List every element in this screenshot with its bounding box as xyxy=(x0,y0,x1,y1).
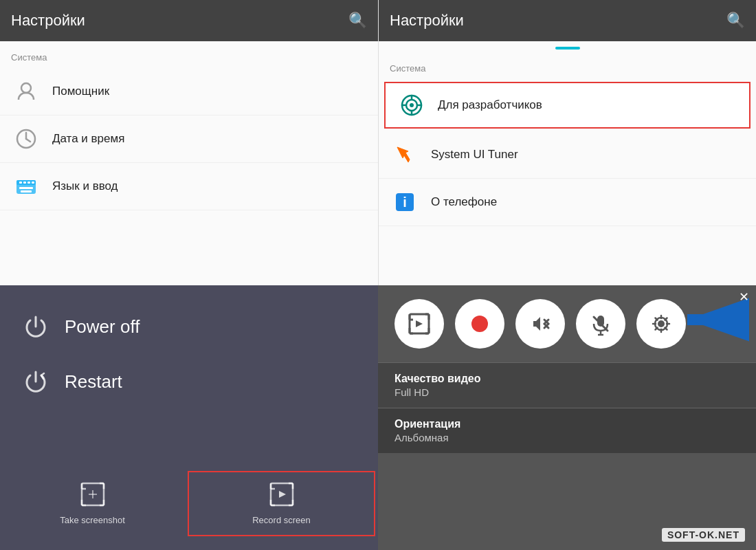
developer-icon xyxy=(397,90,427,120)
ui-tuner-icon xyxy=(390,140,420,170)
orientation-label: Ориентация xyxy=(394,418,740,430)
language-icon xyxy=(11,171,41,201)
right-header-title: Настройки xyxy=(390,12,464,30)
mute-mic-button[interactable] xyxy=(576,299,625,349)
svg-rect-6 xyxy=(19,182,22,184)
about-icon: i xyxy=(390,187,420,217)
power-off-label: Power off xyxy=(65,316,140,338)
left-search-icon[interactable]: 🔍 xyxy=(348,12,367,30)
right-search-icon[interactable]: 🔍 xyxy=(726,12,745,30)
take-screenshot-button[interactable]: Take screenshot xyxy=(0,472,185,535)
quality-value: Full HD xyxy=(394,386,740,398)
mute-sound-button[interactable] xyxy=(515,299,565,349)
right-settings-panel: Настройки 🔍 Система Для разработчиков xyxy=(378,0,756,285)
left-section-label: Система xyxy=(0,41,378,68)
power-off-item[interactable]: Power off xyxy=(0,299,378,354)
settings-item-language[interactable]: Язык и ввод xyxy=(0,163,378,210)
svg-rect-11 xyxy=(21,190,32,192)
settings-item-assistant[interactable]: Помощник xyxy=(0,68,378,116)
svg-marker-47 xyxy=(416,320,423,327)
quality-label: Качество видео xyxy=(394,373,740,385)
record-screen-button[interactable]: Record screen xyxy=(188,471,375,536)
settings-item-ui-tuner[interactable]: System UI Tuner xyxy=(379,131,756,179)
power-menu: Power off Restart xyxy=(0,285,378,550)
svg-marker-37 xyxy=(279,491,286,498)
assistant-label: Помощник xyxy=(52,85,109,98)
left-header: Настройки 🔍 xyxy=(0,0,378,41)
orientation-info: Ориентация Альбомная xyxy=(378,408,756,453)
svg-point-14 xyxy=(410,103,414,107)
record-screen-label: Record screen xyxy=(252,515,311,525)
svg-point-0 xyxy=(21,83,31,93)
left-header-title: Настройки xyxy=(11,12,85,30)
quality-info: Качество видео Full HD xyxy=(378,362,756,408)
screenshot-icon xyxy=(80,482,105,511)
restart-item[interactable]: Restart xyxy=(0,354,378,409)
svg-rect-8 xyxy=(27,182,30,184)
svg-rect-9 xyxy=(32,182,34,184)
record-dot-button[interactable] xyxy=(455,299,504,349)
svg-line-3 xyxy=(26,139,30,142)
blue-arrow xyxy=(667,289,749,351)
about-label: О телефоне xyxy=(431,195,497,209)
restart-icon xyxy=(21,366,51,397)
bottom-actions: Take screenshot xyxy=(0,471,378,550)
right-header: Настройки 🔍 xyxy=(379,0,756,41)
orientation-value: Альбомная xyxy=(394,432,740,443)
svg-point-57 xyxy=(658,320,665,327)
left-settings-panel: Настройки 🔍 Система Помощник Дата и врем… xyxy=(0,0,378,285)
screenshot-frame-button[interactable] xyxy=(394,299,444,349)
record-screen-panel: ✕ xyxy=(378,285,756,550)
svg-point-48 xyxy=(471,316,488,332)
settings-item-developer[interactable]: Для разработчиков xyxy=(384,82,751,129)
restart-label: Restart xyxy=(65,371,122,393)
svg-rect-7 xyxy=(23,182,26,184)
record-screen-icon xyxy=(269,482,294,511)
close-button[interactable]: ✕ xyxy=(739,289,749,305)
scroll-indicator xyxy=(555,47,580,50)
assistant-icon xyxy=(11,76,41,107)
developer-label: Для разработчиков xyxy=(438,98,542,112)
svg-rect-10 xyxy=(19,187,33,189)
ui-tuner-label: System UI Tuner xyxy=(431,148,518,162)
datetime-label: Дата и время xyxy=(52,132,124,146)
language-label: Язык и ввод xyxy=(52,179,118,193)
right-section-label: Система xyxy=(379,52,756,79)
watermark: SOFT-OK.NET xyxy=(662,528,745,542)
power-off-icon xyxy=(21,311,51,342)
settings-item-datetime[interactable]: Дата и время xyxy=(0,116,378,163)
take-screenshot-label: Take screenshot xyxy=(60,515,125,525)
settings-item-about[interactable]: i О телефоне xyxy=(379,179,756,226)
svg-text:i: i xyxy=(403,195,407,210)
datetime-icon xyxy=(11,124,41,154)
